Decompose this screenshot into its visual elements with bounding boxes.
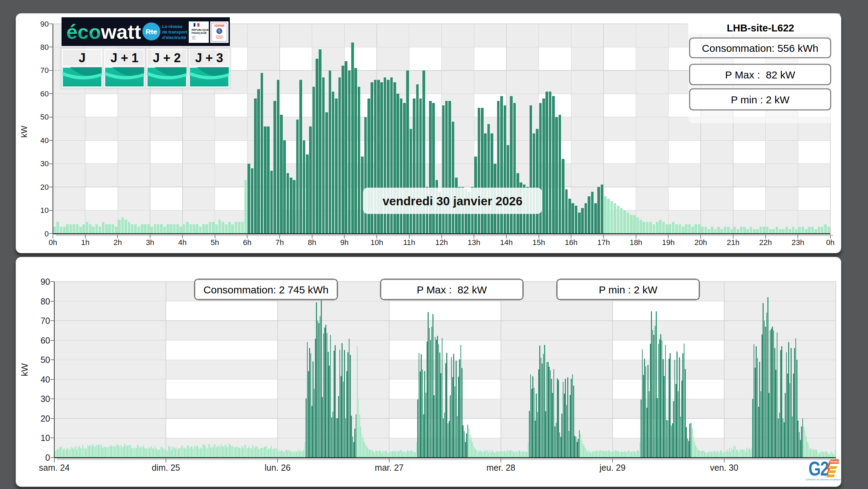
svg-text:ven. 30: ven. 30 [710,463,738,472]
svg-text:10h: 10h [371,238,383,247]
svg-text:vendredi 30 janvier 2026: vendredi 30 janvier 2026 [383,194,523,208]
svg-text:30: 30 [40,159,49,168]
svg-text:0: 0 [45,229,49,238]
svg-text:90: 90 [40,277,50,286]
svg-text:Optimisation des ressources én: Optimisation des ressources énergétiques [805,478,841,481]
svg-text:20: 20 [40,183,49,191]
svg-text:60: 60 [40,336,50,345]
svg-text:de transport: de transport [162,30,188,35]
svg-text:90: 90 [40,20,49,28]
svg-text:5h: 5h [211,238,219,247]
svg-text:13h: 13h [468,238,480,247]
svg-text:22h: 22h [759,238,772,247]
svg-text:14h: 14h [500,238,513,247]
svg-text:dim. 25: dim. 25 [152,463,180,472]
svg-text:0: 0 [45,453,50,462]
svg-text:RÉPUBLIQUE: RÉPUBLIQUE [192,28,209,31]
svg-text:6h: 6h [243,238,251,247]
svg-text:J + 2: J + 2 [153,51,181,65]
svg-text:0h: 0h [826,238,834,247]
svg-text:11h: 11h [403,238,415,247]
svg-text:3h: 3h [146,238,154,247]
svg-text:J + 1: J + 1 [110,51,138,65]
svg-text:10: 10 [40,206,49,215]
svg-text:Consommation: 556 kWh: Consommation: 556 kWh [702,43,819,54]
svg-text:1h: 1h [81,238,89,247]
svg-text:80: 80 [40,43,49,51]
svg-text:50: 50 [40,355,50,365]
svg-text:P Max : 82 kW: P Max : 82 kW [417,284,487,295]
svg-text:60: 60 [40,90,49,98]
svg-text:mer. 28: mer. 28 [486,463,515,472]
svg-text:FRANCE: FRANCE [830,460,840,463]
svg-text:21h: 21h [727,238,740,247]
svg-text:40: 40 [40,375,50,384]
svg-text:G2: G2 [809,458,829,480]
svg-text:J + 3: J + 3 [195,51,223,65]
svg-text:sam. 24: sam. 24 [39,463,70,472]
svg-text:2h: 2h [113,238,122,247]
svg-text:40: 40 [40,136,49,145]
svg-text:P Max : 82 kW: P Max : 82 kW [725,69,796,81]
svg-text:9h: 9h [340,238,348,247]
svg-text:FRANÇAISE: FRANÇAISE [192,31,207,35]
svg-text:16h: 16h [565,238,578,247]
svg-text:70: 70 [40,316,50,326]
svg-text:10: 10 [40,433,50,443]
svg-text:70: 70 [40,66,49,75]
svg-text:P min : 2 kW: P min : 2 kW [731,94,790,105]
svg-text:mar. 27: mar. 27 [375,463,403,472]
svg-text:15h: 15h [532,238,545,247]
svg-text:30: 30 [40,394,50,404]
svg-text:Consommation: 2 745 kWh: Consommation: 2 745 kWh [204,284,329,295]
svg-text:18h: 18h [629,238,642,247]
svg-text:lun. 26: lun. 26 [264,463,290,472]
svg-text:50: 50 [40,113,49,121]
svg-text:J: J [78,51,85,65]
svg-text:19h: 19h [662,238,675,247]
svg-text:17h: 17h [597,238,610,247]
svg-text:7h: 7h [276,238,284,247]
svg-text:P min : 2 kW: P min : 2 kW [599,284,657,295]
svg-text:écowatt: écowatt [66,20,141,43]
svg-text:kW: kW [19,363,30,376]
svg-text:20h: 20h [694,238,707,247]
svg-text:80: 80 [40,297,50,306]
svg-text:20: 20 [40,414,50,423]
svg-text:0h: 0h [49,238,57,247]
svg-text:23h: 23h [792,238,804,247]
svg-text:jeu. 29: jeu. 29 [599,463,625,472]
svg-text:ADEME: ADEME [214,24,225,27]
svg-text:Le réseau: Le réseau [162,24,182,29]
svg-text:d’électricité: d’électricité [162,35,186,40]
svg-text:LHB-site-L622: LHB-site-L622 [727,22,794,34]
svg-text:4h: 4h [178,238,187,247]
svg-text:kW: kW [19,125,29,138]
svg-text:12h: 12h [435,238,448,247]
svg-text:8h: 8h [308,238,316,247]
